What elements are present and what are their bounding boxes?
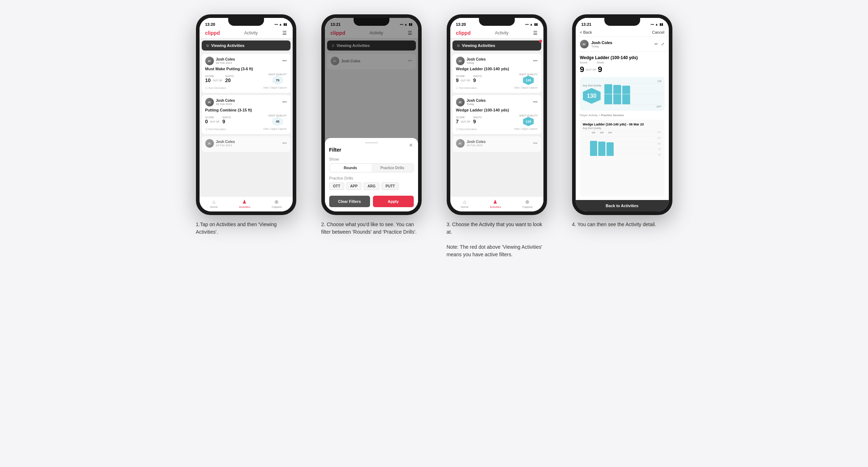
status-time-1: 13:20: [205, 22, 215, 27]
activity-card-3-1[interactable]: JC Josh Coles Today ••• Wedge Ladder (10…: [452, 54, 541, 93]
drill-header-4: Wedge Ladder (100-140 yds) Score Shots 9…: [580, 55, 665, 74]
phone-screen-2: 13:21 ▪▪▪ ▲ ▮▮ clippd Activity ☰ ⚙: [325, 18, 418, 211]
shots-section-3-2: Shots 9: [473, 116, 482, 124]
nav-bar-3: clippd Activity ☰: [450, 28, 543, 38]
shots-value-1-1: 20: [225, 77, 234, 83]
drill-putt-2[interactable]: PUTT: [382, 182, 399, 190]
activity-card-1-1[interactable]: JC Josh Coles 28 Feb 2023 ••• Must Make …: [202, 54, 291, 93]
chart-x-label-4: APP: [604, 105, 662, 108]
nav-home-3[interactable]: ⌂ Home: [461, 199, 468, 209]
nav-capture-1[interactable]: ⊕ Capture: [272, 199, 282, 209]
apply-btn-2[interactable]: Apply: [373, 196, 414, 207]
nav-activities-3[interactable]: ♟ Activities: [490, 199, 501, 209]
phone-frame-3: 13:20 ▪▪▪ ▲ ▮▮ clippd Activity ☰ ⚙: [447, 14, 547, 215]
score-inline-1-1: 10 OUT OF: [205, 77, 223, 83]
home-icon-1: ⌂: [212, 199, 215, 205]
activity-card-1-3[interactable]: JC Josh Coles 28 Feb 2023 •••: [202, 136, 291, 152]
avg-sq-chart-label-4: Avg Shot Quality: [583, 127, 662, 129]
detail-nav-4: < Back Cancel: [576, 28, 669, 37]
phone-frame-1: 13:20 ▪▪▪ ▲ ▮▮ clippd Activity ☰ ⚙: [196, 14, 296, 215]
sq-section-3-1: Shot Quality 130: [519, 73, 537, 85]
footer-left-1-2: ⓘ Test Information: [205, 128, 226, 131]
more-dots-3-3[interactable]: •••: [533, 141, 538, 146]
drill-type-group-2: OTT APP ARG PUTT: [329, 182, 414, 190]
card-footer-3-2: ⓘ Test Information Data: Clippd Capture: [456, 128, 538, 131]
more-dots-3-1[interactable]: •••: [533, 58, 538, 63]
red-dot-3: [539, 40, 542, 43]
score-inline-3-1: 9 OUT OF: [456, 77, 471, 83]
drill-name-3-2: Wedge Ladder (100-140 yds): [456, 108, 538, 112]
card-footer-3-1: ⓘ Test Information Data: Clippd Capture: [456, 86, 538, 90]
user-name-1-3: Josh Coles: [216, 140, 235, 144]
hamburger-icon-1[interactable]: ☰: [282, 30, 287, 36]
user-info-1-3: JC Josh Coles 28 Feb 2023: [205, 139, 235, 148]
activity-card-3-2[interactable]: JC Josh Coles Today ••• Wedge Ladder (10…: [452, 95, 541, 134]
practice-drills-label-2: Practice Drills: [329, 176, 414, 180]
phone-notch-4: [604, 18, 640, 26]
drill-ott-2[interactable]: OTT: [329, 182, 344, 190]
score-value-3-2: 7: [456, 119, 459, 124]
user-date-4: Today: [591, 45, 613, 48]
drill-arg-2[interactable]: ARG: [364, 182, 379, 190]
user-date-3-2: Today: [467, 103, 486, 106]
signal-icon: ▪▪▪: [274, 23, 278, 26]
edit-icon-4[interactable]: ✏: [654, 42, 658, 47]
cancel-btn-4[interactable]: Cancel: [652, 30, 664, 34]
score-section-3-2: Score 7 OUT OF: [456, 116, 471, 124]
sq-hex-3-1: 130: [523, 76, 534, 85]
shots-value-1-2: 9: [222, 119, 231, 124]
user-info-3-3: JC Josh Coles 28 Feb 2023: [456, 139, 486, 148]
activity-card-1-2[interactable]: JC Josh Coles 28 Feb 2023 ••• Putting Co…: [202, 95, 291, 134]
more-dots-3-2[interactable]: •••: [533, 100, 538, 105]
bar-2-4: [613, 85, 621, 105]
drill-title-block-4: Wedge Ladder (100-140 yds) Score Shots 9…: [580, 55, 665, 74]
filter-actions-2: Clear Filters Apply: [329, 196, 414, 207]
activities-icon-1: ♟: [242, 199, 247, 205]
user-name-3-2: Josh Coles: [467, 99, 486, 103]
detail-icons-4: ✏ ⤢: [654, 42, 665, 47]
screen2-section: 13:21 ▪▪▪ ▲ ▮▮ clippd Activity ☰ ⚙: [314, 14, 429, 258]
more-dots-1-1[interactable]: •••: [282, 58, 287, 63]
user-date-3-3: 28 Feb 2023: [467, 144, 486, 147]
phone-frame-2: 13:21 ▪▪▪ ▲ ▮▮ clippd Activity ☰ ⚙: [321, 14, 422, 215]
wbar-2-4: [598, 142, 605, 156]
nav-activities-1[interactable]: ♟ Activities: [239, 199, 250, 209]
shots-value-3-1: 9: [473, 77, 482, 83]
nav-title-1: Activity: [244, 30, 258, 35]
activities-icon-3: ♟: [493, 199, 498, 205]
more-dots-1-2[interactable]: •••: [282, 100, 287, 105]
practice-drills-btn-2[interactable]: Practice Drills: [371, 164, 413, 172]
screen4-section: 13:21 ▪▪▪ ▲ ▮▮ < Back Cancel JC: [565, 14, 680, 258]
avg-sq-label-4: Avg Shot Quality: [583, 84, 601, 87]
outof-1-1: OUT OF: [213, 79, 222, 82]
footer-left-1-1: ⓘ Test Information: [205, 86, 226, 90]
drill-app-2[interactable]: APP: [346, 182, 362, 190]
more-dots-1-3[interactable]: •••: [282, 141, 287, 146]
toggle-group-2: Rounds Practice Drills: [329, 163, 414, 172]
caption-2: 2. Choose what you'd like to see. You ca…: [321, 221, 422, 236]
nav-title-3: Activity: [495, 30, 509, 35]
nav-capture-3[interactable]: ⊕ Capture: [522, 199, 532, 209]
player-activity-4: Player Activity > Practice Session: [580, 114, 665, 117]
hamburger-icon-3[interactable]: ☰: [533, 30, 538, 36]
wedge-bars-4: [590, 131, 662, 156]
user-name-3-1: Josh Coles: [467, 57, 486, 61]
capture-icon-3: ⊕: [525, 199, 529, 205]
back-to-activities-btn-4[interactable]: Back to Activities: [576, 200, 669, 211]
close-icon-2[interactable]: ✕: [409, 142, 413, 148]
user-details-3-1: Josh Coles Today: [467, 57, 486, 65]
stats-row-3-2: Score 7 OUT OF Shots 9: [456, 114, 538, 126]
home-icon-3: ⌂: [463, 199, 466, 205]
back-btn-4[interactable]: < Back: [580, 30, 592, 34]
user-date-1-2: 28 Feb 2023: [216, 103, 235, 106]
clear-filters-btn-2[interactable]: Clear Filters: [329, 196, 370, 207]
user-date-1-3: 28 Feb 2023: [216, 144, 235, 147]
viewing-activities-bar-1[interactable]: ⚙ Viewing Activities: [202, 40, 291, 51]
activities-label-3: Activities: [490, 205, 501, 209]
viewing-activities-bar-3[interactable]: ⚙ Viewing Activities: [452, 40, 541, 51]
activity-card-3-3[interactable]: JC Josh Coles 28 Feb 2023 •••: [452, 136, 541, 152]
expand-icon-4[interactable]: ⤢: [661, 42, 665, 47]
nav-home-1[interactable]: ⌂ Home: [210, 199, 217, 209]
show-label-2: Show: [329, 157, 414, 161]
rounds-btn-2[interactable]: Rounds: [330, 164, 371, 172]
